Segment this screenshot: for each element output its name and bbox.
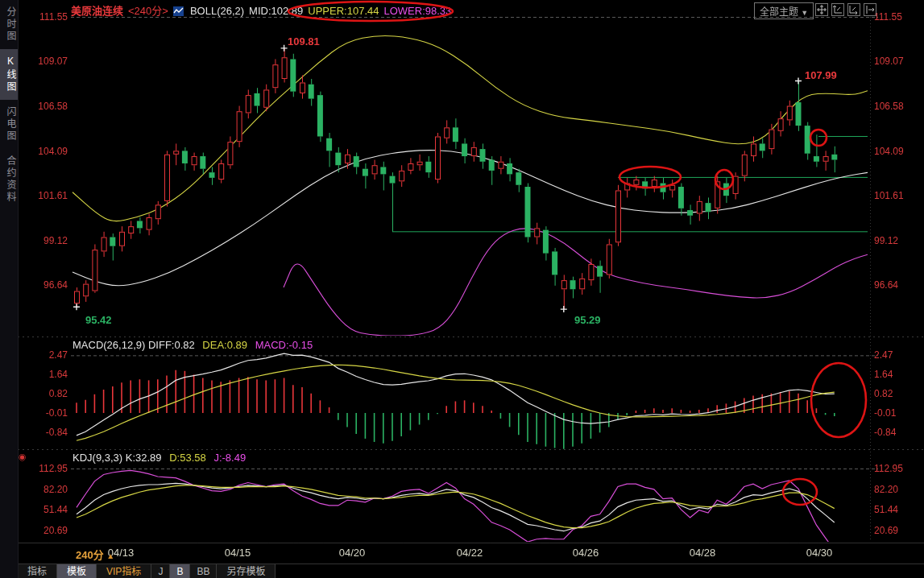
y-axis-label: 106.58 — [874, 101, 904, 112]
footer-filler — [276, 564, 924, 578]
pane-expand-icon[interactable] — [864, 3, 876, 16]
x-axis-date-label: 04/20 — [339, 547, 366, 559]
y-axis-label: 96.64 — [26, 279, 68, 291]
x-axis-date-label: 04/28 — [690, 547, 716, 559]
footer-tab-2[interactable]: VIP指标 — [97, 564, 151, 578]
chart-canvas[interactable] — [0, 0, 924, 578]
y-axis-label: 51.44 — [874, 504, 898, 515]
price-extreme-label: 95.42 — [85, 314, 112, 326]
footer-tab-6[interactable]: 另存模板 — [217, 564, 276, 578]
y-axis-label: 2.47 — [26, 349, 68, 361]
period-label[interactable]: <240分> — [128, 5, 168, 17]
period-tag-label: 240分 — [76, 549, 104, 561]
y-axis-label: 104.09 — [874, 146, 904, 157]
y-axis-label: 82.20 — [874, 484, 898, 495]
boll-upper-value: UPPER:107.44 — [308, 5, 379, 17]
boll-params: BOLL(26,2) — [190, 5, 244, 17]
price-extreme-label: 109.81 — [288, 35, 320, 47]
symbol-name[interactable]: 美原油连续 — [71, 5, 123, 17]
y-axis-label: -0.01 — [874, 407, 896, 419]
price-extreme-label: 107.99 — [805, 69, 837, 81]
y-axis-label: 1.64 — [874, 369, 893, 380]
kdj-d-value: D:53.58 — [169, 452, 206, 464]
crosshair-cursor-icon[interactable] — [815, 3, 828, 16]
y-axis-label: 109.07 — [26, 56, 68, 67]
x-axis-date-label: 04/30 — [806, 547, 833, 559]
kdj-header: KDJ(9,3,3) K:32.89 D:53.58 J:-8.49 — [73, 452, 246, 464]
chart-header: 美原油连续<240分>BOLL(26,2)MID:102.89UPPER:107… — [71, 2, 456, 18]
chart-type-sidebar: 分时图K线图闪电图合约资料 — [0, 0, 19, 578]
y-axis-label: -0.84 — [26, 427, 68, 438]
y-axis-label: -0.01 — [26, 407, 68, 419]
theme-selector[interactable]: 全部主题 ▼ — [754, 2, 814, 19]
footer-tab-1[interactable]: 模板 — [57, 564, 97, 578]
sidebar-item-2[interactable]: 闪电图 — [0, 100, 18, 149]
footer-tab-3[interactable]: J — [151, 564, 170, 578]
theme-selector-label: 全部主题 — [760, 6, 798, 18]
y-axis-label: 112.95 — [26, 463, 68, 474]
y-axis-label: 101.61 — [26, 190, 68, 201]
sidebar-item-1[interactable]: K线图 — [0, 49, 18, 100]
macd-title[interactable]: MACD(26,12,9) — [73, 339, 145, 351]
indicator-alert-icon[interactable]: ◉ — [19, 452, 27, 462]
y-axis-label: 51.44 — [26, 504, 68, 515]
y-axis-label: 99.12 — [26, 235, 68, 246]
sidebar-item-3[interactable]: 合约资料 — [0, 149, 18, 210]
y-axis-label: 0.82 — [874, 388, 893, 399]
x-axis-date-label: 04/22 — [457, 547, 483, 559]
y-axis-label: 112.95 — [874, 463, 903, 474]
period-tag[interactable]: 240分 ▲ — [76, 547, 114, 562]
indicator-chart-icon[interactable] — [173, 6, 185, 18]
y-axis-label: 111.55 — [26, 11, 68, 23]
y-axis-label: 82.20 — [26, 484, 68, 495]
y-axis-label: -0.84 — [874, 427, 896, 438]
footer-tab-0[interactable]: 指标 — [18, 564, 57, 578]
y-axis-label: 2.47 — [874, 349, 893, 361]
y-axis-label: 0.82 — [26, 388, 68, 399]
y-axis-label: 101.61 — [874, 190, 904, 201]
macd-diff-value: DIFF:0.82 — [148, 339, 195, 351]
y-axis-label: 109.07 — [874, 56, 904, 67]
y-axis-label: 104.09 — [26, 146, 68, 157]
charting-app: 分时图K线图闪电图合约资料 美原油连续<240分>BOLL(26,2)MID:1… — [0, 0, 924, 578]
price-extreme-label: 95.29 — [574, 314, 601, 326]
kdj-title[interactable]: KDJ(9,3,3) — [73, 452, 122, 464]
chevron-down-icon: ▼ — [801, 9, 808, 17]
axis-scale-right-icon[interactable] — [847, 3, 860, 16]
x-axis-date-label: 04/26 — [573, 547, 599, 559]
macd-dea-value: DEA:0.89 — [202, 339, 247, 351]
kdj-j-value: J:-8.49 — [213, 452, 246, 464]
boll-lower-value: LOWER:98.33 — [383, 5, 451, 17]
y-axis-label: 106.58 — [26, 101, 68, 112]
sidebar-item-0[interactable]: 分时图 — [0, 0, 18, 49]
macd-header: MACD(26,12,9) DIFF:0.82 DEA:0.89 MACD:-0… — [73, 339, 313, 351]
triangle-up-icon: ▲ — [106, 551, 114, 560]
bottom-toolbar: 指标模板VIP指标JBBB另存模板 — [18, 564, 924, 578]
kdj-k-value: K:32.89 — [126, 452, 162, 464]
y-axis-label: 1.64 — [26, 369, 68, 380]
axis-scale-left-icon[interactable] — [831, 3, 844, 16]
x-axis-date-label: 04/15 — [225, 547, 251, 559]
y-axis-label: 20.69 — [26, 525, 68, 536]
y-axis-label: 111.55 — [874, 11, 902, 23]
macd-value: MACD:-0.15 — [255, 339, 313, 351]
y-axis-label: 20.69 — [874, 525, 898, 536]
footer-tab-5[interactable]: BB — [190, 564, 217, 578]
boll-mid-value: MID:102.89 — [249, 5, 303, 17]
y-axis-label: 96.64 — [874, 279, 898, 291]
footer-tab-4[interactable]: B — [170, 564, 190, 578]
y-axis-label: 99.12 — [874, 235, 898, 246]
